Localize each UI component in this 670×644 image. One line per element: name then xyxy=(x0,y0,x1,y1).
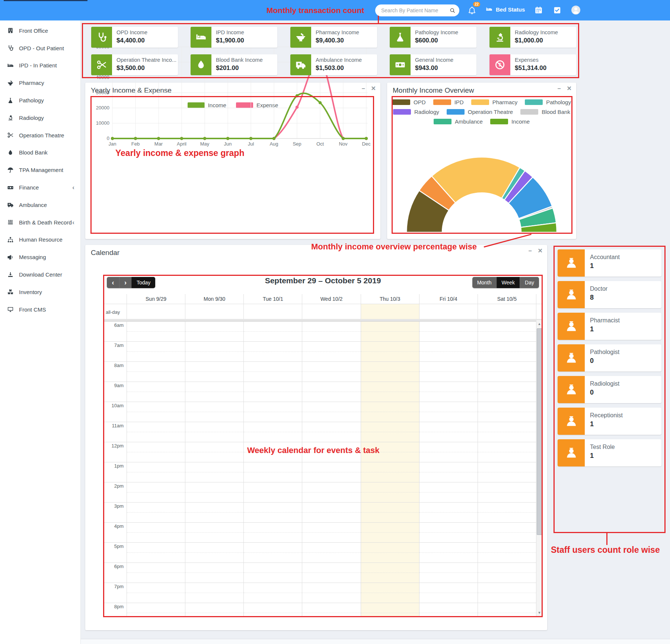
time-slot[interactable] xyxy=(127,523,185,542)
close-icon[interactable]: ✕ xyxy=(538,248,543,254)
time-slot[interactable] xyxy=(478,382,536,402)
time-slot[interactable] xyxy=(243,543,302,562)
time-slot[interactable] xyxy=(478,583,536,603)
search-input[interactable] xyxy=(380,7,449,14)
time-slot[interactable] xyxy=(185,523,243,542)
scroll-up-icon[interactable]: ▲ xyxy=(536,321,542,327)
time-slot[interactable] xyxy=(419,342,478,361)
time-slot[interactable] xyxy=(361,342,419,361)
time-slot[interactable] xyxy=(302,402,360,422)
sidebar-item-human-resource[interactable]: Human Resource xyxy=(0,231,80,249)
time-slot[interactable] xyxy=(185,482,243,502)
tile-radiology-income[interactable]: Radiology Income$1,000.00 xyxy=(489,27,576,48)
time-slot[interactable] xyxy=(243,462,302,482)
time-slot[interactable] xyxy=(127,603,185,616)
sidebar-item-front-office[interactable]: Front Office xyxy=(0,22,80,39)
time-slot[interactable] xyxy=(361,462,419,482)
time-slot[interactable] xyxy=(478,462,536,482)
time-slot[interactable] xyxy=(478,422,536,442)
sidebar-item-front-cms[interactable]: Front CMS xyxy=(0,301,80,318)
time-slot[interactable] xyxy=(127,503,185,522)
tile-blood-bank-income[interactable]: Blood Bank Income$201.00 xyxy=(191,54,277,75)
time-slot[interactable] xyxy=(302,362,360,382)
user-avatar-icon[interactable] xyxy=(570,4,581,16)
sidebar-item-inventory[interactable]: Inventory xyxy=(0,283,80,301)
sidebar-item-ipd-in-patient[interactable]: IPD - In Patient xyxy=(0,57,80,74)
time-slot[interactable] xyxy=(127,402,185,422)
time-slot[interactable] xyxy=(419,362,478,382)
time-slot[interactable] xyxy=(243,422,302,442)
staff-card-pharmacist[interactable]: Pharmacist1 xyxy=(558,313,661,340)
tile-expenses[interactable]: $Expenses$51,314.00 xyxy=(489,54,576,75)
time-slot[interactable] xyxy=(185,563,243,583)
sidebar-item-tpa-management[interactable]: TPA Management xyxy=(0,161,80,179)
time-slot[interactable] xyxy=(478,523,536,542)
tile-general-income[interactable]: General Income$943.00 xyxy=(390,54,476,75)
time-slot[interactable] xyxy=(478,503,536,522)
all-day-cell[interactable] xyxy=(185,304,243,319)
time-slot[interactable] xyxy=(361,422,419,442)
time-slot[interactable] xyxy=(243,322,302,341)
time-slot[interactable] xyxy=(127,322,185,341)
tile-pharmacy-income[interactable]: Pharmacy Income$9,400.30 xyxy=(290,27,377,48)
time-slot[interactable] xyxy=(478,563,536,583)
check-square-icon[interactable] xyxy=(553,6,561,14)
staff-card-pathologist[interactable]: Pathologist0 xyxy=(558,344,661,372)
all-day-cell[interactable] xyxy=(419,304,478,319)
time-slot[interactable] xyxy=(302,523,360,542)
sidebar-item-blood-bank[interactable]: Blood Bank xyxy=(0,144,80,162)
time-slot[interactable] xyxy=(185,503,243,522)
time-slot[interactable] xyxy=(302,603,360,616)
time-slot[interactable] xyxy=(361,382,419,402)
time-slot[interactable] xyxy=(478,322,536,341)
sidebar-item-operation-theatre[interactable]: Operation Theatre xyxy=(0,127,80,144)
time-slot[interactable] xyxy=(185,603,243,616)
staff-card-radiologist[interactable]: Radiologist0 xyxy=(558,376,661,403)
calendar-scrollbar[interactable]: ▲▼ xyxy=(536,320,542,616)
time-slot[interactable] xyxy=(361,583,419,603)
tile-ipd-income[interactable]: IPD Income$1,900.00 xyxy=(191,27,277,48)
time-slot[interactable] xyxy=(243,402,302,422)
time-slot[interactable] xyxy=(185,583,243,603)
minimize-icon[interactable]: – xyxy=(529,248,532,254)
tile-opd-income[interactable]: OPD Income$4,400.00 xyxy=(91,27,178,48)
sidebar-item-pathology[interactable]: Pathology xyxy=(0,92,80,109)
calendar-view-week-button[interactable]: Week xyxy=(497,277,520,288)
time-slot[interactable] xyxy=(361,322,419,341)
time-slot[interactable] xyxy=(478,543,536,562)
time-slot[interactable] xyxy=(302,543,360,562)
time-slot[interactable] xyxy=(243,342,302,361)
tile-pathology-income[interactable]: Pathology Income$600.00 xyxy=(390,27,476,48)
all-day-cell[interactable] xyxy=(127,304,185,319)
time-slot[interactable] xyxy=(478,402,536,422)
time-slot[interactable] xyxy=(185,382,243,402)
time-slot[interactable] xyxy=(419,563,478,583)
time-slot[interactable] xyxy=(419,503,478,522)
time-slot[interactable] xyxy=(185,442,243,462)
search-icon[interactable] xyxy=(449,7,456,14)
time-slot[interactable] xyxy=(185,543,243,562)
time-slot[interactable] xyxy=(302,583,360,603)
calendar-view-month-button[interactable]: Month xyxy=(472,277,497,288)
time-slot[interactable] xyxy=(361,563,419,583)
time-slot[interactable] xyxy=(361,543,419,562)
time-slot[interactable] xyxy=(302,503,360,522)
sidebar-item-download-center[interactable]: Download Center xyxy=(0,266,80,283)
sidebar-item-ambulance[interactable]: Ambulance xyxy=(0,196,80,214)
time-slot[interactable] xyxy=(478,482,536,502)
time-slot[interactable] xyxy=(243,603,302,616)
calendar-view-day-button[interactable]: Day xyxy=(520,277,539,288)
all-day-cell[interactable] xyxy=(361,304,419,319)
time-slot[interactable] xyxy=(478,603,536,616)
sidebar-item-radiology[interactable]: Radiology xyxy=(0,109,80,127)
time-slot[interactable] xyxy=(302,322,360,341)
time-slot[interactable] xyxy=(185,342,243,361)
sidebar-item-pharmacy[interactable]: Pharmacy xyxy=(0,74,80,92)
minimize-icon[interactable]: – xyxy=(558,86,561,92)
time-slot[interactable] xyxy=(302,342,360,361)
time-slot[interactable] xyxy=(361,482,419,502)
time-slot[interactable] xyxy=(127,543,185,562)
time-slot[interactable] xyxy=(127,563,185,583)
time-slot[interactable] xyxy=(302,422,360,442)
time-slot[interactable] xyxy=(419,482,478,502)
